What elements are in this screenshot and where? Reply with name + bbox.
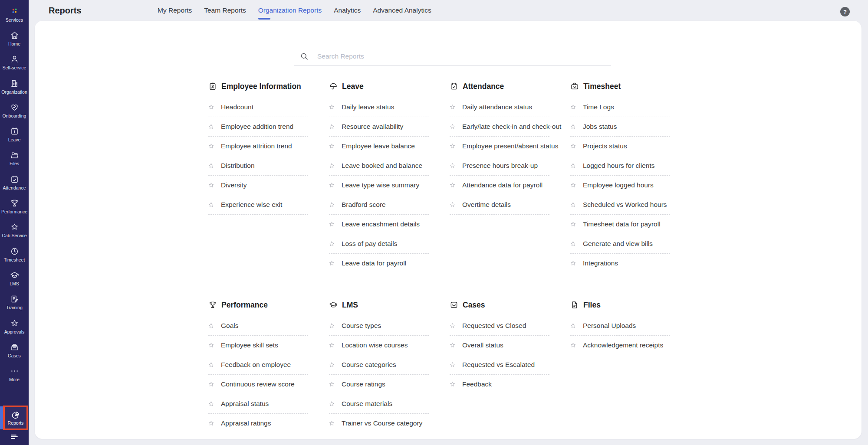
report-item-goals[interactable]: Goals bbox=[208, 316, 308, 336]
star-icon[interactable] bbox=[328, 400, 335, 408]
report-item-bradford-score[interactable]: Bradford score bbox=[329, 195, 429, 215]
report-item-course-ratings[interactable]: Course ratings bbox=[329, 375, 429, 394]
star-icon[interactable] bbox=[449, 381, 456, 388]
star-icon[interactable] bbox=[449, 361, 456, 369]
star-icon[interactable] bbox=[449, 201, 456, 209]
report-item-continuous-review-score[interactable]: Continuous review score bbox=[208, 375, 308, 394]
report-item-headcount[interactable]: Headcount bbox=[208, 98, 308, 117]
report-item-logged-hours-for-clients[interactable]: Logged hours for clients bbox=[570, 156, 670, 176]
star-icon[interactable] bbox=[328, 361, 335, 369]
sidebar-item-onboarding[interactable]: Onboarding bbox=[0, 98, 29, 122]
star-icon[interactable] bbox=[207, 201, 215, 209]
star-icon[interactable] bbox=[328, 260, 335, 267]
star-icon[interactable] bbox=[207, 420, 215, 427]
report-item-daily-leave-status[interactable]: Daily leave status bbox=[329, 98, 429, 117]
report-item-employee-attrition-trend[interactable]: Employee attrition trend bbox=[208, 137, 308, 156]
sidebar-item-timesheet[interactable]: Timesheet bbox=[0, 242, 29, 266]
report-item-early-late-check-in-and-check-out[interactable]: Early/late check-in and check-out bbox=[450, 117, 549, 137]
sidebar-item-reports[interactable]: Reports bbox=[3, 406, 28, 430]
report-item-appraisal-ratings[interactable]: Appraisal ratings bbox=[208, 414, 308, 433]
star-icon[interactable] bbox=[569, 123, 577, 131]
star-icon[interactable] bbox=[207, 361, 215, 369]
sidebar-item-cases[interactable]: Cases bbox=[0, 338, 29, 362]
star-icon[interactable] bbox=[449, 143, 456, 150]
star-icon[interactable] bbox=[207, 322, 215, 330]
star-icon[interactable] bbox=[569, 201, 577, 209]
tab-my-reports[interactable]: My Reports bbox=[158, 7, 192, 14]
report-item-resource-availability[interactable]: Resource availability bbox=[329, 117, 429, 137]
star-icon[interactable] bbox=[569, 143, 577, 150]
star-icon[interactable] bbox=[569, 182, 577, 189]
report-item-leave-data-for-payroll[interactable]: Leave data for payroll bbox=[329, 254, 429, 273]
report-item-employee-present-absent-status[interactable]: Employee present/absent status bbox=[450, 137, 549, 156]
report-item-daily-attendance-status[interactable]: Daily attendance status bbox=[450, 98, 549, 117]
star-icon[interactable] bbox=[207, 162, 215, 170]
sidebar-item-files[interactable]: Files bbox=[0, 147, 29, 170]
report-item-jobs-status[interactable]: Jobs status bbox=[570, 117, 670, 137]
report-item-distribution[interactable]: Distribution bbox=[208, 156, 308, 176]
sidebar-item-approvals[interactable]: Approvals bbox=[0, 314, 29, 338]
report-item-appraisal-status[interactable]: Appraisal status bbox=[208, 394, 308, 414]
report-item-generate-and-view-bills[interactable]: Generate and view bills bbox=[570, 234, 670, 254]
report-item-personal-uploads[interactable]: Personal Uploads bbox=[570, 316, 670, 336]
report-item-course-materials[interactable]: Course materials bbox=[329, 394, 429, 414]
report-item-leave-encashment-details[interactable]: Leave encashment details bbox=[329, 215, 429, 234]
star-icon[interactable] bbox=[207, 123, 215, 131]
report-item-leave-booked-and-balance[interactable]: Leave booked and balance bbox=[329, 156, 429, 176]
sidebar-item-organization[interactable]: Organization bbox=[0, 75, 29, 98]
report-item-integrations[interactable]: Integrations bbox=[570, 254, 670, 273]
sidebar-item-services[interactable]: Services bbox=[0, 3, 29, 26]
help-button[interactable]: ? bbox=[840, 7, 850, 16]
sidebar-item-lms[interactable]: LMS bbox=[0, 266, 29, 290]
star-icon[interactable] bbox=[569, 221, 577, 228]
tab-organization-reports[interactable]: Organization Reports bbox=[258, 7, 322, 14]
star-icon[interactable] bbox=[328, 240, 335, 248]
star-icon[interactable] bbox=[328, 342, 335, 349]
report-item-employee-logged-hours[interactable]: Employee logged hours bbox=[570, 176, 670, 195]
star-icon[interactable] bbox=[449, 342, 456, 349]
star-icon[interactable] bbox=[569, 260, 577, 267]
star-icon[interactable] bbox=[207, 143, 215, 150]
report-item-employee-addition-trend[interactable]: Employee addition trend bbox=[208, 117, 308, 137]
report-item-presence-hours-break-up[interactable]: Presence hours break-up bbox=[450, 156, 549, 176]
star-icon[interactable] bbox=[449, 322, 456, 330]
sidebar-item-leave[interactable]: Leave bbox=[0, 122, 29, 146]
star-icon[interactable] bbox=[328, 143, 335, 150]
report-item-employee-skill-sets[interactable]: Employee skill sets bbox=[208, 336, 308, 355]
sidebar-item-performance[interactable]: Performance bbox=[0, 194, 29, 218]
report-item-requested-vs-escalated[interactable]: Requested vs Escalated bbox=[450, 355, 549, 375]
star-icon[interactable] bbox=[207, 342, 215, 349]
star-icon[interactable] bbox=[569, 342, 577, 349]
report-item-scheduled-vs-worked-hours[interactable]: Scheduled vs Worked hours bbox=[570, 195, 670, 215]
tab-analytics[interactable]: Analytics bbox=[334, 7, 361, 14]
star-icon[interactable] bbox=[569, 240, 577, 248]
report-item-trainer-vs-course-category[interactable]: Trainer vs Course category bbox=[329, 414, 429, 433]
star-icon[interactable] bbox=[328, 182, 335, 189]
star-icon[interactable] bbox=[449, 182, 456, 189]
star-icon[interactable] bbox=[449, 162, 456, 170]
star-icon[interactable] bbox=[328, 221, 335, 228]
star-icon[interactable] bbox=[328, 322, 335, 330]
sidebar-item-cab-service[interactable]: Cab Service bbox=[0, 219, 29, 242]
report-item-requested-vs-closed[interactable]: Requested vs Closed bbox=[450, 316, 549, 336]
report-item-location-wise-courses[interactable]: Location wise courses bbox=[329, 336, 429, 355]
tab-advanced-analytics[interactable]: Advanced Analytics bbox=[373, 7, 431, 14]
sidebar-item-self-service[interactable]: Self-service bbox=[0, 51, 29, 75]
report-item-timesheet-data-for-payroll[interactable]: Timesheet data for payroll bbox=[570, 215, 670, 234]
star-icon[interactable] bbox=[328, 104, 335, 111]
star-icon[interactable] bbox=[207, 104, 215, 111]
report-item-experience-wise-exit[interactable]: Experience wise exit bbox=[208, 195, 308, 215]
star-icon[interactable] bbox=[449, 123, 456, 131]
star-icon[interactable] bbox=[328, 123, 335, 131]
star-icon[interactable] bbox=[569, 104, 577, 111]
report-item-time-logs[interactable]: Time Logs bbox=[570, 98, 670, 117]
report-item-acknowledgement-receipts[interactable]: Acknowledgement receipts bbox=[570, 336, 670, 355]
report-item-attendance-data-for-payroll[interactable]: Attendance data for payroll bbox=[450, 176, 549, 195]
menu-icon[interactable] bbox=[9, 432, 20, 442]
report-item-projects-status[interactable]: Projects status bbox=[570, 137, 670, 156]
report-item-overall-status[interactable]: Overall status bbox=[450, 336, 549, 355]
star-icon[interactable] bbox=[449, 104, 456, 111]
star-icon[interactable] bbox=[207, 400, 215, 408]
star-icon[interactable] bbox=[569, 162, 577, 170]
report-item-feedback-on-employee[interactable]: Feedback on employee bbox=[208, 355, 308, 375]
